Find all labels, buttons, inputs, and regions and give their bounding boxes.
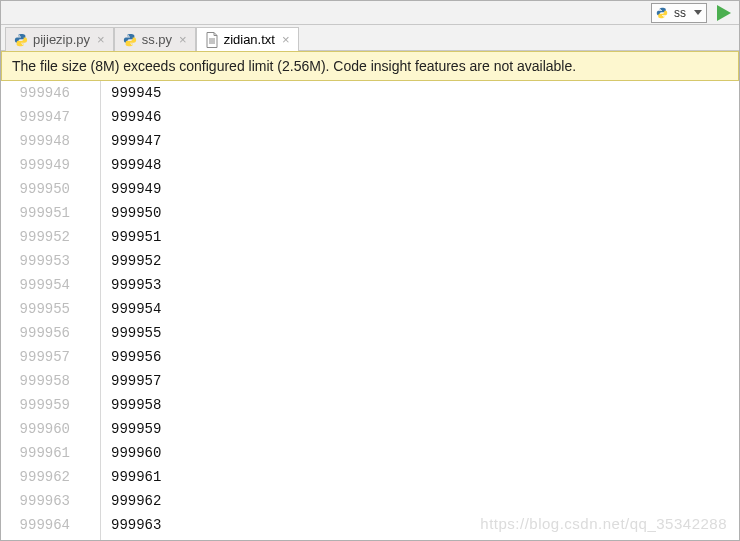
editor-content[interactable]: 9999459999469999479999489999499999509999… [101,81,739,540]
close-icon[interactable]: × [177,33,189,46]
banner-message: The file size (8M) exceeds configured li… [12,58,576,74]
editor-line[interactable]: 999963 [111,513,739,537]
editor-line[interactable]: 999946 [111,105,739,129]
close-icon[interactable]: × [95,33,107,46]
editor-line[interactable]: 999958 [111,393,739,417]
line-number: 999950 [1,177,70,201]
python-file-icon [14,32,28,48]
editor-line[interactable]: 999948 [111,153,739,177]
toolbar: ss [1,1,739,25]
line-number: 999949 [1,153,70,177]
run-config-label: ss [674,6,688,20]
line-number: 999961 [1,441,70,465]
line-number: 999960 [1,417,70,441]
editor-line[interactable]: 999950 [111,201,739,225]
chevron-down-icon [694,10,702,15]
editor-line[interactable]: 999962 [111,489,739,513]
editor-line[interactable]: 999949 [111,177,739,201]
editor-line[interactable]: 999961 [111,465,739,489]
tab-ss[interactable]: ss.py × [114,27,196,51]
editor-line[interactable]: 999951 [111,225,739,249]
editor-line[interactable]: 999952 [111,249,739,273]
tab-label: pijiezip.py [33,32,90,47]
line-number-gutter: 9999469999479999489999499999509999519999… [1,81,101,540]
editor-line[interactable]: 999955 [111,321,739,345]
run-button[interactable] [717,5,731,21]
editor-line[interactable]: 999959 [111,417,739,441]
python-file-icon [123,32,137,48]
line-number: 999955 [1,297,70,321]
python-icon [656,7,668,19]
editor-line[interactable]: 999956 [111,345,739,369]
line-number: 999956 [1,321,70,345]
close-icon[interactable]: × [280,33,292,46]
run-config-selector[interactable]: ss [651,3,707,23]
editor-line[interactable]: 999945 [111,81,739,105]
editor-line[interactable]: 999947 [111,129,739,153]
line-number: 999951 [1,201,70,225]
line-number: 999953 [1,249,70,273]
line-number: 999954 [1,273,70,297]
line-number: 999962 [1,465,70,489]
editor-tabbar: pijiezip.py × ss.py × zidian.txt × [1,25,739,51]
line-number: 999959 [1,393,70,417]
line-number: 999957 [1,345,70,369]
tab-pijiezip[interactable]: pijiezip.py × [5,27,114,51]
line-number: 999964 [1,513,70,537]
editor-area[interactable]: 9999469999479999489999499999509999519999… [1,81,739,540]
line-number: 999958 [1,369,70,393]
tab-label: ss.py [142,32,172,47]
text-file-icon [205,32,219,48]
line-number: 999948 [1,129,70,153]
editor-line[interactable]: 999957 [111,369,739,393]
editor-line[interactable]: 999954 [111,297,739,321]
line-number: 999947 [1,105,70,129]
file-size-warning-banner: The file size (8M) exceeds configured li… [1,51,739,81]
tab-zidian[interactable]: zidian.txt × [196,27,299,51]
line-number: 999952 [1,225,70,249]
line-number: 999946 [1,81,70,105]
tab-label: zidian.txt [224,32,275,47]
editor-line[interactable]: 999960 [111,441,739,465]
line-number: 999963 [1,489,70,513]
editor-line[interactable]: 999953 [111,273,739,297]
